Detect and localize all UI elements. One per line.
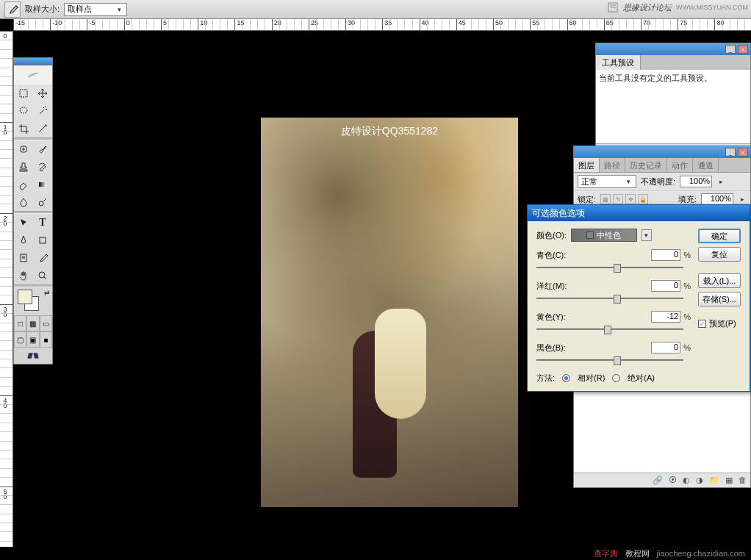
shape-tool[interactable] — [33, 231, 52, 249]
tab-tool-presets[interactable]: 工具预设 — [596, 55, 641, 70]
colors-label: 颜色(O): — [536, 230, 567, 241]
path-select-tool[interactable] — [14, 214, 33, 231]
opacity-label: 不透明度: — [641, 176, 675, 187]
absolute-radio[interactable] — [612, 374, 620, 382]
image-figures — [338, 272, 441, 478]
layers-titlebar[interactable]: _ × — [574, 146, 750, 158]
footer-brand: 查字典 — [594, 548, 618, 559]
dodge-tool[interactable] — [33, 193, 52, 211]
preset-list: 当前工具没有定义的工具预设。 — [596, 70, 750, 143]
layer-mask-icon[interactable]: ◐ — [683, 475, 690, 485]
slider-track[interactable] — [536, 262, 691, 274]
lock-move-icon[interactable]: ✥ — [625, 194, 636, 204]
move-tool[interactable] — [33, 85, 52, 102]
slider-thumb[interactable] — [614, 356, 621, 365]
minimize-button[interactable]: _ — [725, 148, 736, 157]
screen-mode[interactable]: ▭ — [40, 315, 52, 331]
slider-thumb[interactable] — [614, 264, 621, 273]
lock-transparent-icon[interactable]: ▦ — [600, 194, 611, 204]
slider-thumb[interactable] — [604, 326, 611, 334]
svg-point-2 — [20, 107, 27, 113]
brush-tool[interactable] — [33, 140, 52, 158]
relative-radio[interactable] — [562, 374, 570, 382]
gradient-tool[interactable] — [33, 176, 52, 193]
imageready-icon[interactable] — [14, 348, 52, 364]
stamp-tool[interactable] — [14, 158, 33, 176]
sample-size-select[interactable]: 取样点 ▾ — [64, 3, 127, 16]
wand-tool[interactable] — [33, 102, 52, 120]
link-layers-icon[interactable]: 🔗 — [653, 475, 663, 485]
save-button[interactable]: 存储(S)... — [698, 292, 741, 306]
lock-paint-icon[interactable]: ✎ — [613, 194, 623, 204]
notes-tool[interactable] — [14, 249, 33, 267]
opacity-flyout-icon[interactable]: ▸ — [716, 177, 725, 186]
reset-button[interactable]: 复位 — [698, 247, 741, 262]
method-label: 方法: — [536, 373, 555, 384]
chevron-down-icon[interactable]: ▾ — [642, 229, 652, 241]
new-layer-icon[interactable]: ▦ — [725, 475, 733, 485]
screen-full-menu[interactable]: ▣ — [26, 331, 39, 348]
dialog-title[interactable]: 可选颜色选项 — [528, 205, 750, 221]
slider-input[interactable]: -12 — [651, 311, 680, 323]
opacity-input[interactable]: 100% — [680, 176, 712, 187]
preview-label: 预览(P) — [709, 318, 736, 329]
slider-input[interactable]: 0 — [651, 249, 680, 261]
pen-tool[interactable] — [14, 231, 33, 249]
swap-colors-icon[interactable]: ⇄ — [44, 289, 50, 296]
tab-路径[interactable]: 路径 — [600, 158, 625, 172]
tab-通道[interactable]: 通道 — [693, 158, 719, 172]
color-swatches: ⇄ — [14, 287, 52, 315]
slider-input[interactable]: 0 — [651, 342, 680, 353]
minimize-button[interactable]: _ — [725, 45, 736, 54]
folder-icon[interactable]: 📁 — [709, 475, 719, 485]
layer-style-icon[interactable]: ⦿ — [669, 475, 677, 485]
zoom-tool[interactable] — [33, 267, 52, 284]
slice-tool[interactable] — [33, 120, 52, 137]
eraser-tool[interactable] — [14, 176, 33, 193]
toolbox-header[interactable] — [14, 58, 52, 65]
crop-tool[interactable] — [14, 120, 33, 137]
fill-input[interactable]: 100% — [701, 193, 733, 205]
close-button[interactable]: × — [738, 45, 748, 54]
percent-label: % — [683, 312, 691, 321]
tab-历史记录[interactable]: 历史记录 — [625, 158, 667, 172]
tab-图层[interactable]: 图层 — [574, 158, 600, 172]
panel-titlebar[interactable]: _ × — [596, 43, 750, 55]
preview-checkbox[interactable] — [698, 320, 706, 328]
close-button[interactable]: × — [738, 148, 748, 157]
slider-track[interactable] — [536, 324, 691, 336]
selective-color-dialog: 可选颜色选项 颜色(O): 中性色 ▾ 青色(C):0%洋红(M):0%黄色(Y… — [527, 204, 750, 392]
fill-label: 填充: — [678, 194, 697, 205]
tab-动作[interactable]: 动作 — [667, 158, 693, 172]
eyedropper-tool-icon[interactable] — [4, 1, 21, 18]
type-tool[interactable]: T — [33, 214, 52, 231]
marquee-tool[interactable] — [14, 85, 33, 102]
standard-mode[interactable]: □ — [14, 315, 26, 331]
heal-tool[interactable] — [14, 140, 33, 158]
load-button[interactable]: 载入(L)... — [698, 273, 741, 288]
slider-input[interactable]: 0 — [651, 280, 680, 292]
lock-all-icon[interactable]: 🔒 — [638, 194, 648, 204]
svg-point-8 — [39, 272, 45, 278]
hand-tool[interactable] — [14, 267, 33, 284]
colors-select[interactable]: 中性色 — [571, 229, 637, 242]
slider-thumb[interactable] — [614, 295, 621, 304]
fill-flyout-icon[interactable]: ▸ — [738, 195, 747, 204]
foreground-color[interactable] — [18, 290, 32, 304]
color-swatch-icon — [586, 231, 594, 239]
canvas-image[interactable]: 皮特设计QQ3551282 — [261, 118, 518, 507]
colors-value: 中性色 — [597, 230, 621, 241]
slider-track[interactable] — [536, 355, 691, 367]
ok-button[interactable]: 确定 — [698, 229, 741, 243]
screen-standard[interactable]: ▢ — [14, 331, 26, 348]
blur-tool[interactable] — [14, 193, 33, 211]
trash-icon[interactable]: 🗑 — [739, 475, 747, 485]
screen-full[interactable]: ■ — [40, 331, 52, 348]
eyedropper-tool[interactable] — [33, 249, 52, 267]
lasso-tool[interactable] — [14, 102, 33, 120]
adjustment-layer-icon[interactable]: ◑ — [696, 475, 703, 485]
history-brush-tool[interactable] — [33, 158, 52, 176]
blend-mode-select[interactable]: 正常 ▾ — [578, 175, 636, 188]
slider-track[interactable] — [536, 293, 691, 305]
quickmask-mode[interactable]: ▦ — [26, 315, 39, 331]
